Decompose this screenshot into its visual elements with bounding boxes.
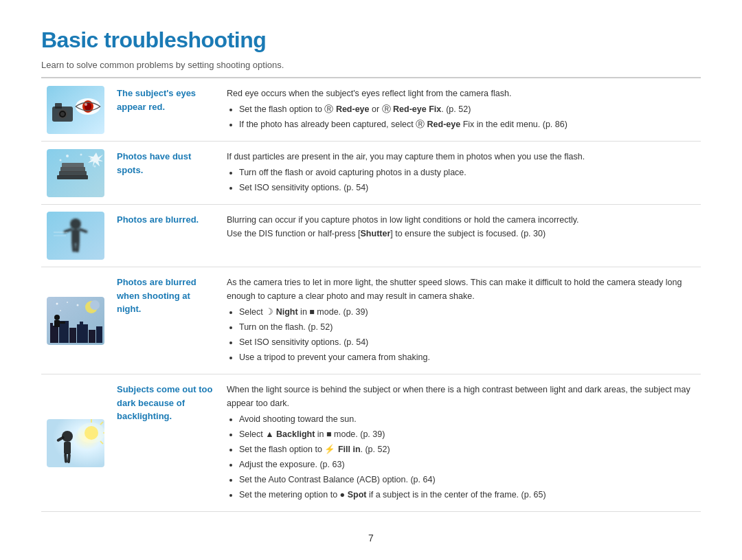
svg-point-42 [67, 302, 68, 303]
svg-rect-55 [64, 442, 71, 454]
row-image-red-eye [41, 78, 110, 142]
svg-rect-31 [50, 326, 58, 343]
svg-rect-46 [54, 320, 60, 327]
bullet-item: Use a tripod to prevent your camera from… [239, 350, 694, 364]
page-subtitle: Learn to solve common problems by settin… [41, 60, 701, 78]
svg-rect-36 [80, 322, 83, 326]
bullet-item: Select ☽ Night in ■ mode. (p. 39) [239, 305, 694, 319]
svg-point-40 [90, 300, 100, 310]
row-content-night: As the camera tries to let in more light… [220, 267, 701, 374]
bullet-item: Set the flash option to Ⓡ Red-eye or Ⓡ R… [239, 102, 694, 116]
row-label-blurred: Photos are blurred. [110, 205, 220, 267]
bullet-item: If the photo has already been captured, … [239, 117, 694, 131]
svg-rect-13 [60, 167, 85, 172]
svg-point-15 [66, 155, 69, 157]
bullet-item: Turn on the flash. (p. 52) [239, 320, 694, 334]
page-number: 7 [41, 533, 701, 544]
table-row: Photos are blurred when shooting at nigh… [41, 267, 701, 374]
svg-point-41 [56, 302, 58, 304]
row-image-backlight [41, 374, 110, 512]
row-content-red-eye: Red eye occurs when the subject's eyes r… [220, 78, 701, 142]
svg-point-19 [94, 165, 96, 167]
bullet-item: Set the metering option to ● Spot if a s… [239, 488, 694, 502]
row-label-red-eye: The subject's eyes appear red. [110, 78, 220, 142]
table-row: Subjects come out too dark because of ba… [41, 374, 701, 512]
row-label-night: Photos are blurred when shooting at nigh… [110, 267, 220, 374]
svg-point-18 [60, 159, 62, 161]
svg-point-44 [77, 304, 79, 306]
svg-rect-32 [50, 323, 53, 327]
page-title: Basic troubleshooting [41, 27, 701, 53]
bullet-item: Set ISO sensitivity options. (p. 54) [239, 335, 694, 349]
svg-rect-37 [89, 330, 95, 343]
svg-point-16 [80, 153, 82, 155]
svg-point-59 [78, 423, 104, 443]
bullet-item: Turn off the flash or avoid capturing ph… [239, 166, 694, 179]
row-content-dust: If dust particles are present in the air… [220, 142, 701, 205]
row-label-dust: Photos have dust spots. [110, 142, 220, 205]
svg-point-5 [60, 112, 65, 116]
svg-rect-38 [96, 326, 102, 343]
bullet-item: Adjust the exposure. (p. 63) [239, 458, 694, 471]
table-row: Photos have dust spots.If dust particles… [41, 142, 701, 205]
row-label-backlight: Subjects come out too dark because of ba… [110, 374, 220, 512]
svg-rect-23 [71, 229, 80, 243]
bullet-item: Avoid shooting toward the sun. [239, 412, 694, 426]
bullet-item: Select ▲ Backlight in ■ mode. (p. 39) [239, 427, 694, 441]
svg-rect-12 [59, 171, 87, 176]
svg-point-9 [85, 103, 87, 106]
svg-rect-14 [62, 163, 84, 168]
bullet-item: Set the Auto Contrast Balance (ACB) opti… [239, 473, 694, 486]
svg-rect-35 [77, 324, 88, 343]
row-image-night [41, 267, 110, 374]
svg-rect-2 [55, 103, 62, 109]
bullet-item: Set the flash option to ⚡ Fill in. (p. 5… [239, 443, 694, 456]
svg-point-45 [54, 315, 60, 320]
row-image-dust [41, 142, 110, 205]
row-content-backlight: When the light source is behind the subj… [220, 374, 701, 512]
svg-rect-47 [60, 322, 65, 324]
row-image-blurred [41, 205, 110, 267]
svg-point-22 [70, 219, 81, 229]
row-content-blurred: Blurring can occur if you capture photos… [220, 205, 701, 267]
table-row: Photos are blurred.Blurring can occur if… [41, 205, 701, 267]
troubleshooting-table: The subject's eyes appear red.Red eye oc… [41, 78, 701, 512]
svg-rect-33 [59, 321, 69, 343]
svg-point-43 [60, 310, 61, 311]
bullet-item: Set ISO sensitivity options. (p. 54) [239, 181, 694, 194]
svg-rect-34 [69, 328, 76, 343]
table-row: The subject's eyes appear red.Red eye oc… [41, 78, 701, 142]
